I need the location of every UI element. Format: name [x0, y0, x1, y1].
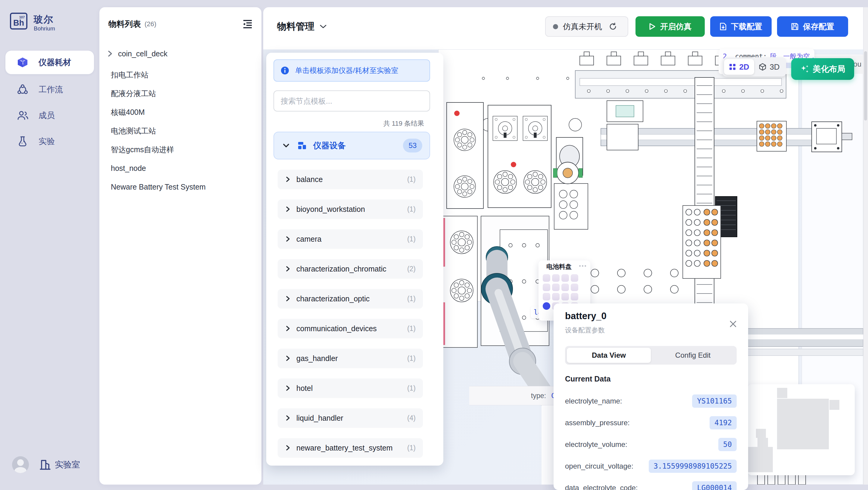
cube-3d-icon — [759, 63, 767, 71]
battery-tray-header: 电池料盘 — [538, 260, 590, 273]
tray-slot[interactable] — [571, 284, 578, 291]
device-config-popup: battery_0 设备配置参数 Data View Config Edit C… — [554, 304, 748, 490]
data-row: open_circuit_voltage: 3.1559998989105225 — [565, 455, 737, 477]
page-title-dropdown[interactable]: 物料管理 — [277, 19, 327, 34]
tray-slot[interactable] — [552, 293, 560, 300]
view-2d-button[interactable]: 2D — [724, 59, 754, 75]
minimap-block — [748, 447, 773, 472]
tab-data-view[interactable]: Data View — [567, 348, 651, 363]
refresh-icon[interactable] — [609, 22, 617, 31]
tray-slot[interactable] — [552, 274, 560, 282]
workflow-icon — [17, 84, 28, 95]
tray-slot[interactable] — [561, 274, 569, 282]
chevron-right-icon — [285, 295, 290, 302]
collapse-list-icon[interactable] — [242, 19, 253, 29]
sidebar-item-label: 仪器耗材 — [38, 57, 71, 68]
tray-slot[interactable] — [543, 274, 550, 282]
tree-item[interactable]: host_node — [111, 159, 249, 177]
chevron-down-icon — [282, 143, 290, 148]
template-item[interactable]: communication_devices (1) — [278, 319, 423, 338]
data-label: electrolyte_volume: — [565, 440, 627, 449]
brand-name-en: Bohrium — [34, 25, 55, 32]
result-count: 共 119 条结果 — [383, 119, 424, 128]
search-input[interactable] — [274, 91, 430, 111]
sidebar-footer[interactable]: 实验室 — [12, 455, 96, 474]
template-item[interactable]: hotel (1) — [278, 378, 423, 398]
tree-item[interactable]: 配液分液工站 — [111, 84, 249, 103]
sidebar-item-label: 工作流 — [38, 84, 63, 95]
type-key: type: — [531, 392, 546, 400]
start-simulation-button[interactable]: 开启仿真 — [636, 16, 705, 37]
app: 107 Bh 玻尔 Bohrium 仪器耗材 工作流 成员 — [0, 0, 868, 490]
logo-element: Bh — [13, 19, 24, 27]
template-item[interactable]: characterization_chromatic (2) — [278, 259, 423, 279]
minimap[interactable] — [747, 384, 855, 475]
sidebar-item-members[interactable]: 成员 — [5, 104, 94, 127]
tray-slot[interactable] — [561, 284, 569, 291]
info-icon — [281, 66, 289, 75]
tree-item[interactable]: 扣电工作站 — [111, 66, 249, 84]
tree-item[interactable]: 电池测试工站 — [111, 122, 249, 140]
tray-slot[interactable] — [571, 274, 578, 282]
logo-number: 107 — [19, 16, 25, 19]
layout-grid-icon — [298, 141, 307, 150]
tray-slot[interactable] — [543, 284, 550, 291]
scrollbar-thumb[interactable] — [864, 51, 867, 120]
data-value: 3.1559998989105225 — [649, 460, 737, 473]
chevron-right-icon — [285, 176, 290, 183]
chevron-right-icon — [285, 265, 290, 272]
node-template-panel: 单击模板添加仪器/耗材至实验室 共 119 条结果 仪器设备 53 b — [266, 53, 443, 466]
tree-item[interactable]: Neware Battery Test System — [111, 178, 249, 196]
sidebar-item-experiments[interactable]: 实验 — [5, 129, 94, 153]
more-options-icon[interactable] — [579, 265, 586, 267]
template-item[interactable]: balance (1) — [278, 170, 423, 189]
hint-banner: 单击模板添加仪器/耗材至实验室 — [274, 59, 430, 82]
flask-icon — [17, 136, 28, 147]
tab-config-edit[interactable]: Config Edit — [651, 348, 735, 363]
tray-slot-selected[interactable] — [543, 302, 550, 310]
brand-name-cn: 玻尔 — [34, 13, 54, 26]
close-icon[interactable] — [728, 319, 738, 329]
grid-2d-icon — [729, 63, 736, 70]
template-item[interactable]: bioyond_workstation (1) — [278, 200, 423, 219]
avatar[interactable] — [12, 456, 29, 473]
materials-header: 物料列表 (26) — [108, 18, 253, 31]
template-item[interactable]: characterization_optic (1) — [278, 289, 423, 308]
minimap-block — [777, 388, 787, 398]
chevron-right-icon — [285, 444, 290, 451]
sidebar-item-instruments[interactable]: 仪器耗材 — [5, 51, 94, 74]
tree-item[interactable]: 智达gcms自动进样 — [111, 140, 249, 158]
chevron-down-icon — [319, 24, 327, 29]
download-config-button[interactable]: 下载配置 — [710, 16, 772, 37]
data-row: electrolyte_name: YS101165 — [565, 390, 737, 412]
template-item[interactable]: liquid_handler (4) — [278, 408, 423, 428]
tray-slot[interactable] — [552, 284, 560, 291]
tray-slot[interactable] — [561, 293, 569, 300]
save-config-button[interactable]: 保存配置 — [777, 16, 848, 37]
template-list: balance (1) bioyond_workstation (1) came — [278, 170, 432, 466]
tree-item-coin-cell-deck[interactable]: coin_cell_deck — [107, 45, 246, 63]
data-value: YS101165 — [692, 395, 737, 408]
tree-item[interactable]: 核磁400M — [111, 103, 249, 121]
materials-title: 物料列表 — [108, 19, 141, 30]
tray-slot[interactable] — [543, 293, 550, 300]
search-box — [274, 90, 430, 112]
sidebar-item-workflow[interactable]: 工作流 — [5, 78, 94, 101]
data-label: assembly_pressure: — [565, 419, 630, 427]
view-3d-button[interactable]: 3D — [754, 59, 784, 75]
category-instruments[interactable]: 仪器设备 53 — [274, 132, 430, 160]
save-icon — [791, 23, 799, 30]
beautify-layout-button[interactable]: 美化布局 — [791, 58, 854, 80]
section-title: Current Data — [565, 375, 611, 383]
template-item[interactable]: neware_battery_test_system (1) — [278, 438, 423, 457]
minimap-block — [757, 438, 768, 448]
data-row: assembly_pressure: 4192 — [565, 412, 737, 434]
template-item[interactable]: gas_handler (1) — [278, 349, 423, 368]
data-label: open_circuit_voltage: — [565, 462, 633, 470]
sidebar-item-label: 实验 — [38, 136, 55, 147]
template-item[interactable]: camera (1) — [278, 229, 423, 249]
minimap-block — [777, 399, 829, 449]
popup-tabs: Data View Config Edit — [565, 346, 737, 365]
tray-slot[interactable] — [571, 293, 578, 300]
page-title: 物料管理 — [277, 20, 314, 33]
